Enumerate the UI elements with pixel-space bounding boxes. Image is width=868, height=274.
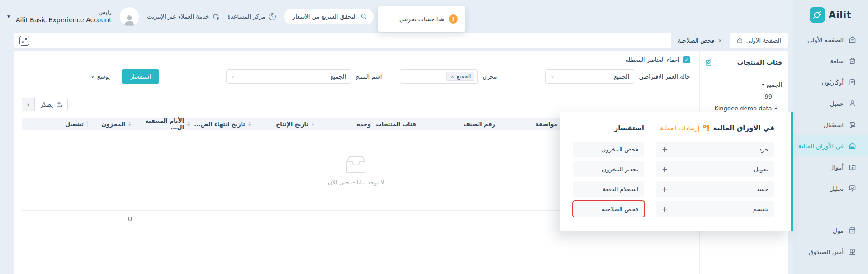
sidebar-item-inventory[interactable]: في الأوراق المالية [793,135,868,156]
column-expiry-date[interactable]: تاريخ انتهاء الص... [194,118,255,130]
store-icon [848,227,856,235]
warehouse-tag: الجميع × [446,72,474,81]
filter-separator [14,90,699,90]
tab-home[interactable]: الصفحة الأولى [730,33,788,48]
column-spec[interactable]: مواصفة [499,118,567,130]
tree-node-label: Kingdee demo data [714,105,772,112]
export-caret-button[interactable]: ∨ [22,98,35,111]
menu-item-assemble[interactable]: حَشد + [656,181,774,197]
close-icon[interactable]: × [718,38,722,44]
column-item-number[interactable]: رقم الصنف [420,118,499,130]
menu-item-stocktake[interactable]: جرد + [656,142,774,157]
account-caret-icon[interactable]: ▼ [7,14,10,19]
search-icon [360,13,367,20]
sidebar-item-cashier[interactable]: أمين الصندوق [793,241,868,262]
fullscreen-icon[interactable] [19,36,29,46]
column-label: الأيام المتبقية ال... [135,117,184,131]
export-label: يصدّر [40,101,53,108]
product-name-select[interactable]: الجميع ∨ [226,69,351,84]
headset-icon [212,13,219,20]
column-production-date[interactable]: تاريخ الإنتاج [255,118,318,130]
menu-item-label: تحويل [754,166,768,173]
plus-icon[interactable]: + [662,165,668,174]
hide-disabled-label: إخفاء العناصر المعطلة [625,57,679,63]
warehouse-input[interactable]: الجميع × [400,69,478,84]
remove-tag-icon[interactable]: × [450,74,454,80]
column-label: تاريخ انتهاء الص... [194,121,245,128]
warehouse-label: مخزن [482,73,497,80]
menu-item-label: حَشد [757,186,768,193]
demo-account-toast: ! هذا حساب تجريبي [378,6,465,32]
sidebar-item-mall[interactable]: مول [793,220,868,241]
caret-down-icon[interactable]: ▾ [762,82,764,87]
warning-icon: ! [449,14,458,24]
sidebar-item-analysis[interactable]: تحليل [793,178,868,199]
sort-icon[interactable] [248,122,251,126]
chevron-down-icon: ∨ [231,74,235,80]
empty-tray-icon [343,155,369,175]
sidebar-item-receiving[interactable]: استقبال [793,114,868,135]
toast-text: هذا حساب تجريبي [399,16,444,23]
menu-item-label: فحص الصلاحية [602,206,638,213]
column-product-categories[interactable]: فئات المنتجات [375,118,420,130]
megamenu-main-column: في الأوراق المالية إرشادات العملية جرد +… [656,123,774,231]
sort-icon[interactable] [187,122,190,126]
inventory-megamenu: في الأوراق المالية إرشادات العملية جرد +… [560,112,791,231]
question-icon: ؟ [269,13,276,20]
checkbox-checked-icon[interactable]: ✓ [683,56,690,63]
edit-icon[interactable] [705,59,712,66]
brand-name: Ailit [829,9,851,20]
folder-money-icon [848,163,856,171]
sort-icon[interactable] [128,122,131,126]
tree-node-all[interactable]: الجميع ▾ [705,79,782,90]
export-button[interactable]: يصدّر [35,98,67,111]
online-service-link[interactable]: خدمة العملاء عبر الإنترنت [147,13,219,20]
tree-node-count[interactable]: 99 [705,90,782,102]
column-days-remaining[interactable]: الأيام المتبقية ال... [135,118,194,130]
plus-icon[interactable]: + [662,205,668,213]
menu-item-stock-check[interactable]: فحص المخزون [573,142,644,157]
sidebar-item-promotions[interactable]: أوكَازيُون [793,71,868,93]
process-guide-link[interactable]: إرشادات العملية [660,125,699,132]
plus-icon[interactable]: + [662,185,668,194]
menu-item-stock-warning[interactable]: تحذير المخزون [573,161,644,177]
quick-price-search[interactable]: التحقق السريع من الأسعار [284,9,374,24]
sidebar-item-customer[interactable]: عميل [793,93,868,114]
caret-left-icon[interactable]: ◂ [774,106,777,110]
tab-home-label: الصفحة الأولى [746,37,781,44]
column-label: مواصفة [535,121,557,128]
export-split-button: يصدّر ∨ [22,98,68,111]
plus-icon[interactable]: + [662,145,668,154]
search-text: التحقق السريع من الأسعار [293,13,357,20]
expand-filters-toggle[interactable]: يوسع ∨ [91,73,110,80]
sort-icon[interactable] [312,122,314,126]
column-label: فئات المنتجات [376,121,416,128]
column-label: المخزون [101,121,125,128]
sidebar-item-label: سلعة [830,57,844,65]
column-unit[interactable]: وحدة [318,118,375,130]
filter-row: حالة العمر الافتراضي الجميع ∨ مخزن الجمي… [22,69,690,84]
query-button[interactable]: استفسار [122,69,159,84]
sidebar-item-home[interactable]: الصفحة الأولى [793,29,868,50]
menu-item-validity-check[interactable]: فحص الصلاحية [573,201,644,217]
column-stock[interactable]: المخزون [87,118,135,130]
shelf-life-select[interactable]: الجميع ∨ [545,69,634,84]
sidebar-item-funds[interactable]: أموال [793,156,868,178]
avatar[interactable] [120,7,139,26]
menu-item-transfer[interactable]: تحويل + [656,161,774,177]
menu-item-split[interactable]: ينقسم + [656,201,774,217]
sidebar-item-goods[interactable]: سلعة [793,50,868,71]
category-panel-title: فئات المنتجات [712,59,782,66]
menu-item-batch-query[interactable]: استعلام الدفعة [573,181,644,197]
megamenu-title: في الأوراق المالية [713,124,774,132]
sidebar-item-label: تحليل [830,185,844,192]
clipboard-icon [848,78,856,86]
help-center-link[interactable]: ؟ مركز المساعدة [228,13,276,20]
warehouse-tag-label: الجميع [457,73,471,80]
column-operation: تشغيل [22,118,87,130]
summary-total: 0 [128,215,132,222]
megamenu-query-column: استفسار فحص المخزون تحذير المخزون استعلا… [573,123,644,231]
account-block[interactable]: رئيس Ailit Basic Experience Account [16,9,112,24]
tab-validity-check[interactable]: × فحص الصلاحية [671,33,730,48]
column-label: تاريخ الإنتاج [276,121,308,128]
